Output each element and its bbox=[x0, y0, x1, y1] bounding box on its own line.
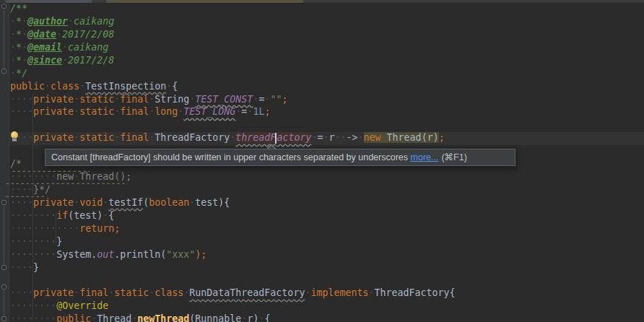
fold-region-line bbox=[4, 290, 4, 316]
code-line: ····private·final·static·class·RunDataTh… bbox=[10, 287, 456, 300]
indent-guide bbox=[32, 94, 33, 320]
squiggle-warning-underline bbox=[4, 187, 45, 197]
code-line: ········System.out.println("xxx"); bbox=[10, 248, 206, 261]
inspection-message: Constant [threadFactory] should be writt… bbox=[51, 152, 408, 162]
squiggle-warning-underline bbox=[10, 162, 90, 172]
lightbulb-base bbox=[12, 138, 17, 142]
code-line: ········} bbox=[10, 235, 62, 248]
code-line: ·*·@since·2017/2/8 bbox=[10, 54, 114, 67]
code-line: ········public·Thread·newThread(Runnable… bbox=[10, 313, 270, 322]
fold-marker[interactable] bbox=[1, 265, 6, 270]
code-line: ·*/ bbox=[10, 67, 27, 80]
squiggle-warning-underline bbox=[4, 174, 128, 184]
code-line: public·class·TestInspection·{ bbox=[10, 80, 178, 93]
fold-marker[interactable] bbox=[1, 316, 6, 321]
code-line: ·*·@date·2017/2/08 bbox=[10, 28, 114, 41]
indent-guide bbox=[56, 214, 56, 244]
code-line: ········if(test)·{ bbox=[10, 209, 114, 222]
code-line: /** bbox=[10, 2, 27, 15]
code-line: ····private·static·final·String·TEST_CON… bbox=[10, 93, 287, 106]
inspection-more-link[interactable]: more... bbox=[411, 152, 439, 162]
inspection-shortcut: (⌘F1) bbox=[441, 152, 466, 162]
code-line: ·*·@email·caikang bbox=[10, 41, 108, 54]
intention-lightbulb-icon[interactable] bbox=[10, 131, 19, 142]
fold-marker[interactable] bbox=[1, 200, 6, 205]
fold-region-line bbox=[4, 9, 4, 69]
ide-editor-window: /**·*·@author·caikang·*·@date·2017/2/08·… bbox=[0, 0, 644, 322]
inspection-tooltip: Constant [threadFactory] should be writt… bbox=[45, 149, 515, 166]
code-line: ····private·static·final·long·TEST_LONG·… bbox=[10, 105, 270, 118]
code-line: ········@Override bbox=[10, 300, 108, 313]
code-line: ·*·@author·caikang bbox=[10, 15, 114, 28]
fold-marker[interactable] bbox=[1, 69, 6, 74]
code-line: ····} bbox=[10, 261, 39, 274]
fold-marker[interactable] bbox=[1, 284, 6, 290]
text-caret bbox=[275, 133, 277, 144]
fold-marker[interactable] bbox=[1, 4, 6, 9]
code-line: ············return; bbox=[10, 222, 120, 235]
code-line: ····private·void·testIf(boolean·test){ bbox=[10, 196, 230, 209]
code-line: ····private·static·final·ThreadFactory·t… bbox=[10, 131, 445, 144]
editor-gutter[interactable] bbox=[0, 4, 9, 322]
fold-region-line bbox=[4, 206, 4, 265]
